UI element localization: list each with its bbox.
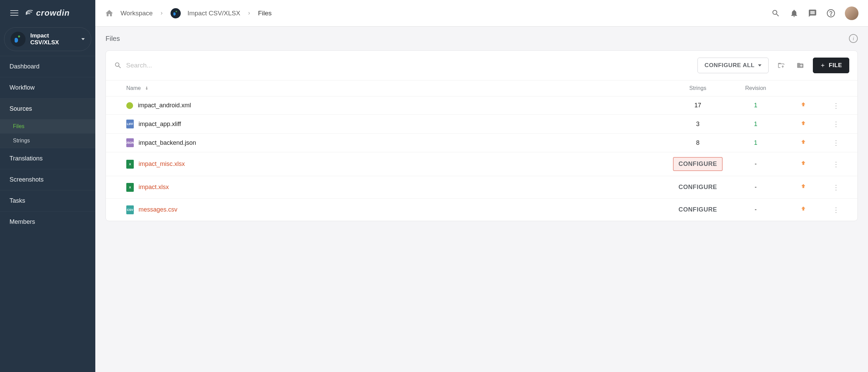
sidebar-item-translations[interactable]: Translations xyxy=(0,148,95,169)
notifications-icon[interactable] xyxy=(790,9,799,18)
revision-value: 1 xyxy=(727,121,785,128)
liff-file-icon: LIFF xyxy=(126,120,134,128)
chevron-down-icon xyxy=(758,64,761,66)
svg-point-2 xyxy=(827,10,835,17)
xlsx-file-icon: X xyxy=(126,183,134,192)
home-icon[interactable] xyxy=(105,9,114,18)
row-menu-icon[interactable]: ⋮ xyxy=(822,183,849,191)
configure-all-button[interactable]: CONFIGURE ALL xyxy=(697,58,769,73)
sidebar-item-sources[interactable]: Sources xyxy=(0,98,95,119)
chevron-right-icon xyxy=(247,11,251,15)
row-menu-icon[interactable]: ⋮ xyxy=(822,120,849,128)
sidebar-subitem-strings[interactable]: Strings xyxy=(0,134,95,148)
revision-value: - xyxy=(727,160,785,168)
file-name: impact_android.xml xyxy=(138,102,191,109)
configure-all-label: CONFIGURE ALL xyxy=(705,62,755,69)
strings-count: 17 xyxy=(669,102,727,109)
project-name: Impact CSV/XLSX xyxy=(30,32,77,46)
table-row[interactable]: Ximpact_misc.xlsxCONFIGURE-⋮ xyxy=(106,152,857,176)
search-input[interactable] xyxy=(126,62,691,69)
file-name: impact.xlsx xyxy=(139,184,169,191)
file-name: impact_app.xliff xyxy=(139,121,181,128)
row-menu-icon[interactable]: ⋮ xyxy=(822,206,849,214)
header-revision[interactable]: Revision xyxy=(727,85,785,91)
topbar: Workspace Impact CSV/XLSX Files xyxy=(95,0,868,27)
help-icon[interactable] xyxy=(826,9,835,18)
table-row[interactable]: Ximpact.xlsxCONFIGURE-⋮ xyxy=(106,176,857,199)
plus-icon xyxy=(820,63,825,68)
configure-button[interactable]: CONFIGURE xyxy=(674,203,722,216)
page-title: Files xyxy=(106,35,120,43)
header-strings[interactable]: Strings xyxy=(669,85,727,91)
brand-logo[interactable]: crowdin xyxy=(25,8,70,18)
brand-name: crowdin xyxy=(36,8,70,18)
row-menu-icon[interactable]: ⋮ xyxy=(822,139,849,147)
table-row[interactable]: impact_android.xml171⋮ xyxy=(106,96,857,115)
sidebar-item-members[interactable]: Members xyxy=(0,211,95,232)
search-icon[interactable] xyxy=(771,9,780,18)
file-name: messages.csv xyxy=(139,206,177,213)
menu-toggle-icon[interactable] xyxy=(10,10,18,16)
sort-down-icon[interactable] xyxy=(144,86,149,91)
upload-icon[interactable] xyxy=(785,183,822,191)
crowdin-logo-icon xyxy=(25,8,34,18)
add-file-button[interactable]: FILE xyxy=(813,58,849,73)
svg-point-0 xyxy=(18,35,20,37)
json-file-icon: JSON xyxy=(126,138,134,147)
search-icon xyxy=(114,61,122,69)
upload-icon[interactable] xyxy=(785,120,822,128)
configure-button[interactable]: CONFIGURE xyxy=(674,181,722,193)
sidebar: crowdin Impact CSV/XLSX Dashboard Workfl… xyxy=(0,0,95,372)
files-panel: CONFIGURE ALL FILE xyxy=(106,50,858,221)
chevron-right-icon xyxy=(160,11,164,15)
csv-file-icon: CSV xyxy=(126,205,134,214)
revision-value: - xyxy=(727,206,785,213)
breadcrumb: Workspace Impact CSV/XLSX Files xyxy=(105,8,272,18)
breadcrumb-project-icon xyxy=(171,8,181,18)
upload-icon[interactable] xyxy=(785,139,822,147)
android-file-icon xyxy=(126,102,133,109)
sidebar-item-tasks[interactable]: Tasks xyxy=(0,190,95,211)
row-menu-icon[interactable]: ⋮ xyxy=(822,102,849,110)
strings-count: 3 xyxy=(669,121,727,128)
main-content: Workspace Impact CSV/XLSX Files Files xyxy=(95,0,868,372)
upload-icon[interactable] xyxy=(785,101,822,110)
revision-value: 1 xyxy=(727,102,785,109)
breadcrumb-project[interactable]: Impact CSV/XLSX xyxy=(188,10,240,17)
breadcrumb-current: Files xyxy=(258,10,272,17)
table-row[interactable]: CSVmessages.csvCONFIGURE-⋮ xyxy=(106,199,857,221)
project-icon xyxy=(11,32,26,47)
table-row[interactable]: JSONimpact_backend.json81⋮ xyxy=(106,134,857,152)
table-header: Name Strings Revision xyxy=(106,80,857,96)
add-file-label: FILE xyxy=(829,62,842,69)
strings-count: 8 xyxy=(669,139,727,146)
revision-value: - xyxy=(727,184,785,191)
table-row[interactable]: LIFFimpact_app.xliff31⋮ xyxy=(106,115,857,134)
breadcrumb-workspace[interactable]: Workspace xyxy=(120,10,153,17)
user-avatar[interactable] xyxy=(845,6,858,20)
svg-point-1 xyxy=(176,11,177,12)
branch-icon[interactable] xyxy=(775,59,788,72)
project-selector[interactable]: Impact CSV/XLSX xyxy=(4,27,91,51)
new-folder-icon[interactable] xyxy=(794,59,807,72)
chevron-down-icon xyxy=(81,38,85,40)
sidebar-item-workflow[interactable]: Workflow xyxy=(0,77,95,98)
row-menu-icon[interactable]: ⋮ xyxy=(822,160,849,168)
svg-point-3 xyxy=(831,15,831,15)
sidebar-item-dashboard[interactable]: Dashboard xyxy=(0,56,95,77)
file-name: impact_backend.json xyxy=(139,139,196,146)
info-icon[interactable]: i xyxy=(849,34,858,43)
upload-icon[interactable] xyxy=(785,205,822,214)
messages-icon[interactable] xyxy=(808,9,817,18)
configure-button[interactable]: CONFIGURE xyxy=(673,157,722,171)
upload-icon[interactable] xyxy=(785,160,822,168)
sidebar-subitem-files[interactable]: Files xyxy=(0,119,95,134)
xlsx-file-icon: X xyxy=(126,160,134,169)
sidebar-item-screenshots[interactable]: Screenshots xyxy=(0,169,95,190)
revision-value: 1 xyxy=(727,139,785,146)
file-name: impact_misc.xlsx xyxy=(139,160,185,168)
header-name[interactable]: Name xyxy=(126,85,141,91)
